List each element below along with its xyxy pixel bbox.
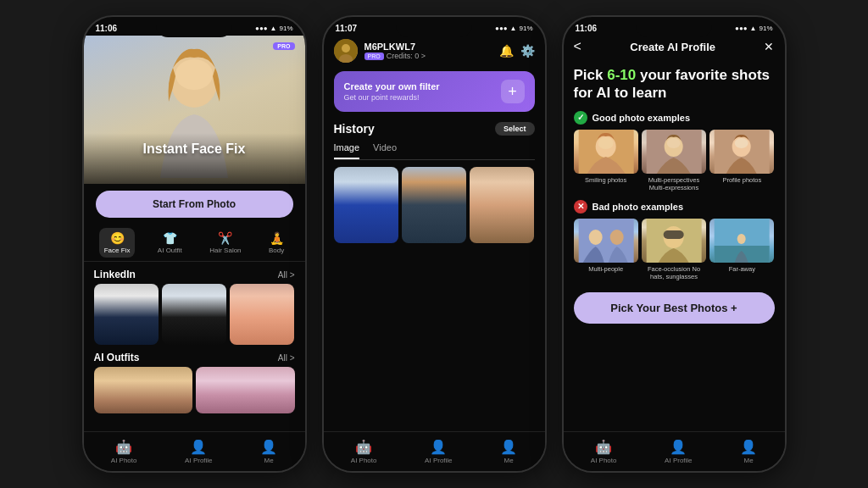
good-photo-wrap-3: Profile photos: [709, 130, 774, 191]
tab-image[interactable]: Image: [334, 142, 360, 159]
nav-ai-photo-3[interactable]: 🤖 AI Photo: [591, 439, 617, 464]
time-3: 11:06: [576, 24, 598, 33]
bad-badge-icon: ✕: [574, 200, 587, 214]
nav-me-label-3: Me: [744, 457, 754, 464]
nav-me-3[interactable]: 👤 Me: [740, 439, 757, 464]
good-photo-wrap-2: Multi-perspectives Multi-expressions: [642, 130, 706, 191]
banner-subtitle: Get our point rewards!: [344, 93, 440, 102]
create-filter-banner[interactable]: Create your own filter Get our point rew…: [334, 71, 535, 112]
close-button[interactable]: ✕: [764, 40, 774, 53]
tab-face-fix[interactable]: 😊 Face Fix: [99, 228, 136, 258]
outfits-photos: [84, 367, 305, 413]
tab-hair-salon-label: Hair Salon: [209, 247, 241, 254]
bad-caption-2: Face-occlusion No hats, sunglasses: [642, 265, 706, 280]
banner-content: Create your own filter Get our point rew…: [344, 81, 440, 102]
history-photo-3[interactable]: [470, 167, 534, 243]
nav-ai-profile-3[interactable]: 👤 AI Profile: [665, 439, 692, 464]
linkedin-photo-1[interactable]: [94, 284, 159, 345]
good-caption-1: Smiling photos: [585, 176, 626, 184]
bad-photos-grid: Multi-people Face-occlusion No hats, sun…: [574, 219, 775, 280]
status-bar-3: 11:06 ●●● ▲ 91%: [564, 17, 785, 36]
tab-hair-salon[interactable]: ✂️ Hair Salon: [204, 228, 246, 258]
header-icons: 🔔 ⚙️: [499, 44, 535, 58]
start-from-photo-button[interactable]: Start From Photo: [96, 191, 293, 218]
me-nav-icon: 👤: [260, 439, 277, 455]
time-1: 11:06: [96, 24, 118, 33]
wifi-icon-3: ▲: [750, 25, 757, 32]
bad-photo-2-graphic: [642, 219, 706, 263]
outfit-photo-2[interactable]: [196, 367, 295, 413]
ai-profile-nav-icon-3: 👤: [670, 439, 687, 455]
nav-ai-profile-2[interactable]: 👤 AI Profile: [425, 439, 452, 464]
nav-me-label: Me: [264, 457, 274, 464]
history-photo-1[interactable]: [334, 167, 398, 243]
battery-label: 91%: [279, 25, 292, 32]
linkedin-all[interactable]: All >: [278, 270, 295, 280]
ai-photo-nav-icon-3: 🤖: [595, 439, 612, 455]
ai-photo-nav-icon-2: 🤖: [355, 439, 372, 455]
bad-photo-wrap-2: Face-occlusion No hats, sunglasses: [642, 219, 706, 280]
image-video-tabs: Image Video: [334, 142, 535, 160]
tab-body[interactable]: 🧘 Body: [264, 228, 289, 258]
outfits-all[interactable]: All >: [278, 353, 295, 363]
good-examples-header: ✓ Good photo examples: [574, 111, 775, 125]
good-caption-3: Profile photos: [722, 176, 761, 184]
history-title-text: History: [334, 122, 375, 136]
bottom-nav-3: 🤖 AI Photo 👤 AI Profile 👤 Me: [564, 431, 785, 471]
status-bar-2: 11:07 ●●● ▲ 91%: [324, 17, 545, 36]
feature-tabs: 😊 Face Fix 👕 AI Outfit ✂️ Hair Salon 🧘 B…: [84, 225, 305, 262]
banner-plus-button[interactable]: +: [501, 80, 525, 103]
nav-me-1[interactable]: 👤 Me: [260, 439, 277, 464]
status-bar-1: 11:06 ●●● ▲ 91%: [84, 17, 305, 36]
linkedin-title: LinkedIn: [94, 269, 136, 280]
history-header: History Select: [334, 122, 535, 136]
settings-icon[interactable]: ⚙️: [520, 44, 535, 58]
linkedin-header: LinkedIn All >: [84, 262, 305, 284]
headline-prefix: Pick: [574, 67, 608, 83]
username-label: M6PLKWL7: [364, 42, 499, 52]
me-nav-icon-2: 👤: [500, 439, 517, 455]
nav-ai-photo-2[interactable]: 🤖 AI Photo: [351, 439, 377, 464]
history-photo-2[interactable]: [402, 167, 466, 243]
tab-ai-outfit[interactable]: 👕 AI Outfit: [153, 228, 187, 258]
nav-me-2[interactable]: 👤 Me: [500, 439, 517, 464]
good-examples-label: Good photo examples: [593, 113, 691, 123]
linkedin-photo-2[interactable]: [162, 284, 226, 345]
nav-me-label-2: Me: [504, 457, 514, 464]
bottom-nav-1: 🤖 AI Photo 👤 AI Profile 👤 Me: [84, 431, 305, 471]
battery-label-3: 91%: [759, 25, 772, 32]
hero-section: Instant Face Fix PRO: [84, 36, 305, 184]
history-section: History Select Image Video: [324, 115, 545, 247]
bad-photo-2: [642, 219, 706, 263]
hero-overlay: [84, 133, 305, 184]
headline-highlight: 6-10: [607, 67, 636, 83]
phone-2: 11:07 ●●● ▲ 91% M6PLKWL7 PRO Credits:: [322, 15, 547, 473]
linkedin-photo-3[interactable]: [230, 284, 294, 345]
signal-icon-2: ●●●: [495, 25, 508, 32]
tab-video[interactable]: Video: [373, 142, 397, 159]
linkedin-photos: [84, 284, 305, 345]
svg-point-7: [598, 137, 613, 149]
bottom-nav-2: 🤖 AI Photo 👤 AI Profile 👤 Me: [324, 431, 545, 471]
good-photo-3: [709, 130, 774, 174]
good-caption-2: Multi-perspectives Multi-expressions: [642, 176, 706, 191]
pro-label-2: PRO: [364, 53, 384, 60]
nav-ai-photo-1[interactable]: 🤖 AI Photo: [111, 439, 137, 464]
bad-examples-label: Bad photo examples: [593, 202, 684, 212]
phones-container: 11:06 ●●● ▲ 91%: [74, 7, 795, 481]
good-photo-wrap-1: Smiling photos: [574, 130, 638, 191]
good-photo-3-graphic: [709, 130, 774, 174]
tab-body-label: Body: [269, 247, 284, 254]
credits-amount: Credits: 0 >: [387, 52, 426, 60]
outfit-photo-1[interactable]: [94, 367, 193, 413]
nav-ai-photo-label-3: AI Photo: [591, 457, 617, 464]
good-photo-2-graphic: [642, 130, 706, 174]
back-button[interactable]: <: [574, 39, 581, 54]
good-photos-grid: Smiling photos Multi-perspectives Multi-…: [574, 130, 775, 191]
tab-ai-outfit-label: AI Outfit: [158, 247, 182, 254]
select-button[interactable]: Select: [495, 122, 535, 136]
good-photo-2: [642, 130, 706, 174]
notification-icon[interactable]: 🔔: [499, 44, 514, 58]
pick-photos-button[interactable]: Pick Your Best Photos +: [574, 292, 775, 324]
nav-ai-profile-1[interactable]: 👤 AI Profile: [185, 439, 212, 464]
